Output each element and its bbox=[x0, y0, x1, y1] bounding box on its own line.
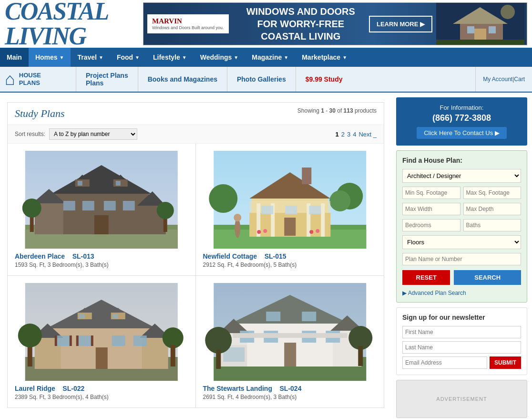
homes-dropdown-arrow: ▼ bbox=[60, 55, 64, 60]
page-4[interactable]: 4 bbox=[353, 131, 356, 138]
food-dropdown-arrow: ▼ bbox=[135, 55, 140, 60]
submit-button[interactable]: SUBMIT bbox=[490, 356, 521, 369]
nav-item-lifestyle[interactable]: Lifestyle ▼ bbox=[146, 48, 194, 67]
nav-item-marketplace[interactable]: Marketplace ▼ bbox=[295, 48, 354, 67]
product-link-4[interactable]: The Stewarts Landing SL-024 bbox=[203, 385, 302, 392]
product-image-3[interactable] bbox=[15, 283, 188, 381]
bedrooms-input[interactable] bbox=[402, 219, 460, 231]
product-image-1[interactable] bbox=[15, 151, 188, 249]
info-label: For Information: bbox=[401, 104, 522, 111]
house-illustration-4 bbox=[203, 283, 377, 381]
product-item: Newfield Cottage SL-015 2912 Sq. Ft, 4 B… bbox=[196, 144, 384, 276]
svg-rect-17 bbox=[63, 201, 75, 210]
svg-rect-72 bbox=[78, 335, 91, 346]
ad-house-image bbox=[436, 2, 524, 45]
svg-point-102 bbox=[205, 327, 232, 354]
nav-item-homes[interactable]: Homes ▼ bbox=[29, 48, 71, 67]
product-link-1[interactable]: Aberdeen Place SL-013 bbox=[15, 252, 94, 260]
svg-point-52 bbox=[263, 229, 267, 233]
house-illustration-1 bbox=[15, 151, 188, 249]
showing-info: Showing 1 - 30 of 113 products bbox=[297, 107, 377, 114]
plan-name-input[interactable] bbox=[402, 253, 521, 265]
svg-point-51 bbox=[257, 230, 261, 234]
newsletter-box: Sign up for our newsletter SUBMIT bbox=[396, 307, 527, 375]
email-input[interactable] bbox=[402, 356, 487, 369]
marvin-logo: MARVIN Windows and Doors Built around yo… bbox=[147, 14, 229, 33]
last-name-input[interactable] bbox=[402, 341, 521, 354]
max-depth-input[interactable] bbox=[463, 203, 522, 215]
max-sqft-input[interactable] bbox=[463, 187, 522, 199]
svg-rect-92 bbox=[266, 312, 280, 321]
svg-rect-103 bbox=[216, 350, 221, 369]
hp-link-project-plans[interactable]: Project PlansPlans bbox=[76, 67, 138, 92]
svg-rect-31 bbox=[116, 181, 121, 186]
max-width-input[interactable] bbox=[402, 203, 460, 215]
info-box: For Information: (866) 772-3808 Click He… bbox=[396, 97, 527, 146]
learn-more-button[interactable]: LEARN MORE ▶ bbox=[369, 16, 432, 32]
product-details-3: 2389 Sq. Ft, 3 Bedroom(s), 4 Bath(s) bbox=[15, 394, 188, 400]
product-image-2[interactable] bbox=[203, 151, 377, 249]
nav-item-travel[interactable]: Travel ▼ bbox=[71, 48, 110, 67]
product-title-2: Newfield Cottage SL-015 bbox=[203, 252, 377, 260]
hp-link-photo-galleries[interactable]: Photo Galleries bbox=[227, 67, 296, 92]
product-link-2[interactable]: Newfield Cottage SL-015 bbox=[203, 252, 286, 260]
contact-button[interactable]: Click Here To Contact Us ▶ bbox=[417, 127, 507, 139]
next-page[interactable]: Next _ bbox=[358, 131, 377, 138]
svg-rect-79 bbox=[96, 347, 108, 369]
hp-link-study[interactable]: $9.99 Study bbox=[296, 67, 352, 92]
page-3[interactable]: 3 bbox=[347, 131, 350, 138]
baths-input[interactable] bbox=[463, 219, 522, 231]
house-plans-bar: ⌂ HOUSE PLANS Project PlansPlans Books a… bbox=[0, 67, 532, 93]
svg-point-6 bbox=[501, 5, 515, 19]
svg-rect-4 bbox=[467, 26, 474, 33]
nav-item-magazine[interactable]: Magazine ▼ bbox=[245, 48, 295, 67]
svg-rect-47 bbox=[261, 206, 273, 214]
product-item: Laurel Ridge SL-022 2389 Sq. Ft, 3 Bedro… bbox=[8, 276, 196, 408]
marvin-tagline: Windows and Doors Built around you. bbox=[152, 25, 224, 31]
study-plans-header: Study Plans Showing 1 - 30 of 113 produc… bbox=[8, 103, 384, 125]
architect-select[interactable]: Architect / Designer bbox=[402, 169, 521, 183]
svg-rect-98 bbox=[233, 333, 347, 338]
search-button[interactable]: SEARCH bbox=[454, 270, 521, 285]
product-title-1: Aberdeen Place SL-013 bbox=[15, 252, 188, 260]
study-plans-title: Study Plans bbox=[15, 107, 65, 119]
product-title-3: Laurel Ridge SL-022 bbox=[15, 385, 188, 392]
product-link-3[interactable]: Laurel Ridge SL-022 bbox=[15, 385, 84, 392]
header: COASTAL LIVING MARVIN Windows and Doors … bbox=[0, 0, 532, 48]
floors-select[interactable]: Floors 1 2 3+ bbox=[402, 235, 521, 249]
reset-button[interactable]: RESET bbox=[402, 270, 450, 285]
nav-item-food[interactable]: Food ▼ bbox=[110, 48, 146, 67]
weddings-dropdown-arrow: ▼ bbox=[234, 55, 238, 60]
floors-row: Floors 1 2 3+ bbox=[402, 235, 521, 249]
house-plans-logo: ⌂ HOUSE PLANS bbox=[0, 67, 76, 92]
hp-link-books[interactable]: Books and Magazines bbox=[138, 67, 227, 92]
nav-item-weddings[interactable]: Weddings ▼ bbox=[194, 48, 246, 67]
svg-rect-75 bbox=[55, 335, 57, 346]
sort-select[interactable]: A to Z by plan number Z to A by plan num… bbox=[49, 128, 137, 140]
svg-point-56 bbox=[234, 214, 241, 221]
svg-rect-18 bbox=[82, 201, 94, 210]
nav-item-main[interactable]: Main bbox=[0, 48, 29, 67]
product-details-1: 1593 Sq. Ft, 3 Bedroom(s), 3 Bath(s) bbox=[15, 262, 188, 268]
svg-point-35 bbox=[209, 184, 237, 213]
svg-point-81 bbox=[18, 324, 42, 347]
product-details-2: 2912 Sq. Ft, 4 Bedroom(s), 5 Bath(s) bbox=[203, 262, 377, 268]
my-account-link[interactable]: My Account bbox=[483, 76, 512, 83]
page-2[interactable]: 2 bbox=[341, 131, 345, 138]
svg-rect-46 bbox=[321, 203, 325, 237]
product-image-4[interactable] bbox=[203, 283, 377, 381]
cart-link[interactable]: Cart bbox=[514, 76, 525, 83]
svg-rect-74 bbox=[133, 335, 147, 346]
main-content: Study Plans Showing 1 - 30 of 113 produc… bbox=[0, 93, 391, 419]
travel-dropdown-arrow: ▼ bbox=[99, 55, 103, 60]
my-account-area: My Account | Cart bbox=[475, 67, 532, 92]
min-sqft-input[interactable] bbox=[402, 187, 460, 199]
page-1[interactable]: 1 bbox=[335, 131, 338, 138]
svg-point-25 bbox=[157, 202, 174, 219]
first-name-input[interactable] bbox=[402, 326, 521, 338]
sqft-row bbox=[402, 187, 521, 199]
advanced-search-link[interactable]: ▶ Advanced Plan Search bbox=[402, 290, 521, 296]
email-submit-row: SUBMIT bbox=[402, 356, 521, 369]
svg-rect-5 bbox=[489, 26, 496, 33]
svg-rect-48 bbox=[285, 206, 297, 214]
